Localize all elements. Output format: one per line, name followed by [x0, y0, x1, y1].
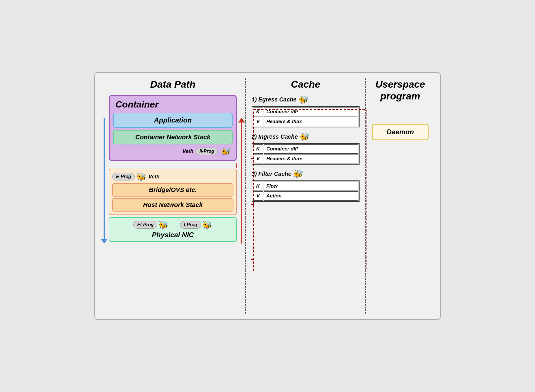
filter-row-0: K Flow [253, 182, 358, 191]
host-area: E-Prog 🐝 Veth Bridge/OVS etc. Host Netwo… [109, 169, 237, 215]
veth-label: Veth [182, 148, 193, 154]
egress-cache-table: K Container dIP V Headers & Ifidx [252, 106, 360, 127]
cache-header: Cache [252, 78, 360, 90]
filter-row-1: V Action [253, 191, 358, 201]
blue-arrow-col [101, 95, 108, 244]
bee-veth: 🐝 [220, 147, 230, 156]
col-datapath: Data Path Container Application Containe… [101, 78, 245, 314]
red-connector [236, 163, 237, 168]
ingress-cache-label: 2) Ingress Cache 🐝 [252, 132, 360, 142]
nic-progs-row: EI-Prog 🐝 I-Prog 🐝 [133, 220, 212, 230]
application-box: Application [113, 113, 233, 128]
columns-layout: Data Path Container Application Containe… [101, 78, 434, 314]
ingress-cache-table: K Container dIP V Headers & Ifidx [252, 143, 360, 165]
eprog-pill: E-Prog [112, 173, 135, 180]
hns-box: Host Network Stack [112, 198, 233, 212]
filter-val-0: Flow [264, 182, 358, 191]
filter-key-0: K [253, 182, 263, 191]
filter-key-1: V [253, 191, 263, 201]
bee-filter: 🐝 [293, 169, 303, 179]
veth-row: Veth II-Prog 🐝 [113, 146, 233, 157]
datapath-header: Data Path [101, 78, 245, 90]
bee-elprog: 🐝 [158, 220, 169, 230]
veth2-label: Veth [148, 174, 159, 180]
iprog-pill: I-Prog [180, 221, 201, 229]
elprog-group: EI-Prog 🐝 [133, 220, 169, 230]
daemon-box: Daemon [372, 124, 429, 140]
connector-area [109, 163, 237, 168]
cache-egress-section: 1) Egress Cache 🐝 K Container dIP V Head… [252, 95, 360, 127]
col-cache: Cache 1) Egress Cache 🐝 K Container dIP … [245, 78, 366, 314]
iprog-group: I-Prog 🐝 [180, 220, 212, 230]
bee-eprog: 🐝 [136, 172, 147, 182]
ingress-val-0: Container dIP [264, 144, 358, 154]
red-arrow-col [238, 95, 245, 244]
bee-iprog: 🐝 [202, 220, 212, 230]
blue-arrow-head [101, 239, 108, 244]
cache-filter-section: 3) Filter Cache 🐝 K Flow V Action [252, 169, 360, 202]
red-arrow-line [241, 122, 242, 244]
cache-ingress-section: 2) Ingress Cache 🐝 K Container dIP V Hea… [252, 132, 360, 165]
bee-egress: 🐝 [298, 95, 308, 104]
userspace-content: Daemon [372, 107, 429, 314]
egress-val-1: Headers & Ifidx [264, 117, 358, 126]
hns-spacing: Host Network Stack [112, 198, 233, 212]
container-title: Container [113, 99, 233, 110]
egress-key-1: V [253, 117, 263, 126]
egress-key-0: K [253, 107, 263, 116]
ingress-key-1: V [253, 154, 263, 163]
userspace-header: Userspace program [372, 78, 429, 102]
col-userspace: Userspace program Daemon [366, 78, 434, 314]
nic-box: EI-Prog 🐝 I-Prog 🐝 Physical NIC [109, 217, 237, 242]
red-arrow-head [238, 118, 245, 122]
bridge-box: Bridge/OVS etc. [112, 183, 233, 197]
ingress-row-0: K Container dIP [253, 144, 358, 154]
elprog-pill: EI-Prog [133, 221, 157, 229]
cns-box: Container Network Stack [113, 130, 233, 144]
iiprog-pill: II-Prog [196, 148, 218, 155]
ingress-row-1: V Headers & Ifidx [253, 154, 358, 163]
egress-cache-label: 1) Egress Cache 🐝 [252, 95, 360, 104]
datapath-main: Container Application Container Network … [109, 95, 237, 244]
ingress-key-0: K [253, 144, 263, 154]
eprog-row: E-Prog 🐝 Veth [112, 172, 233, 182]
blue-arrow-line [104, 118, 105, 239]
filter-cache-table: K Flow V Action [252, 180, 360, 202]
filter-cache-label: 3) Filter Cache 🐝 [252, 169, 360, 179]
egress-row-1: V Headers & Ifidx [253, 117, 358, 126]
egress-val-0: Container dIP [264, 107, 358, 116]
filter-val-1: Action [264, 191, 358, 201]
egress-row-0: K Container dIP [253, 107, 358, 116]
main-container: Data Path Container Application Containe… [94, 72, 441, 320]
ingress-val-1: Headers & Ifidx [264, 154, 358, 163]
bee-ingress: 🐝 [299, 132, 309, 142]
container-box: Container Application Container Network … [109, 95, 237, 161]
dp-with-arrows: Container Application Container Network … [101, 95, 245, 244]
nic-label: Physical NIC [152, 231, 194, 239]
